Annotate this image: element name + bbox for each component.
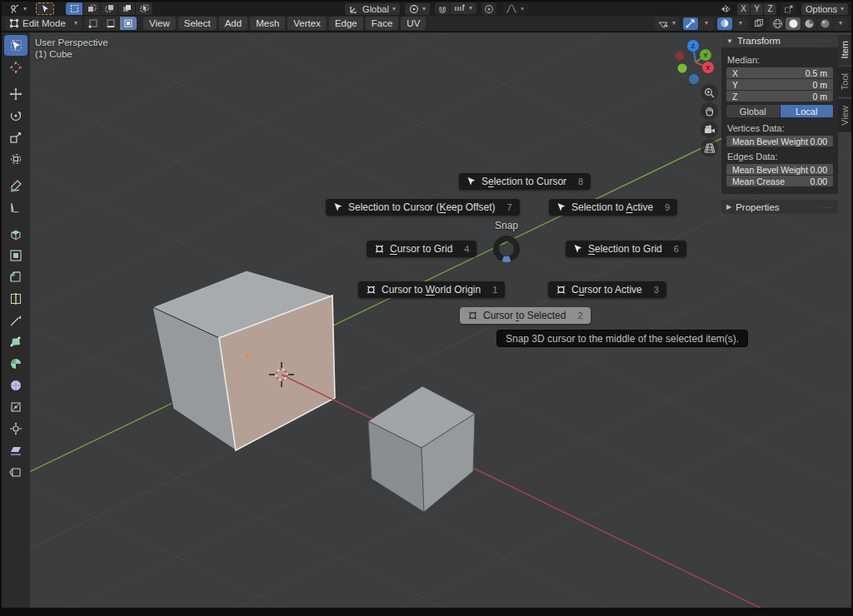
median-y-field[interactable]: Y 0 m (726, 79, 833, 90)
pie-menu-title: Snap (473, 220, 540, 231)
panel-drag-dots[interactable]: ···· (820, 37, 833, 45)
select-option-set[interactable] (66, 2, 82, 15)
tool-select-tweak[interactable] (4, 35, 27, 56)
gizmo-neg-z-axis[interactable] (689, 74, 699, 84)
toolbar (2, 32, 30, 608)
gizmos-dropdown[interactable]: ▾ (699, 17, 714, 30)
median-x-field[interactable]: X 0.5 m (726, 67, 833, 78)
gizmo-neg-y-axis[interactable] (678, 64, 687, 73)
snap-base-button[interactable] (781, 2, 796, 15)
camera-view-button[interactable] (701, 121, 718, 138)
mirror-z-button[interactable]: Z (764, 3, 776, 15)
tool-smooth[interactable] (4, 375, 27, 395)
tab-item[interactable]: Item (838, 34, 853, 65)
pie-item-selection-to-cursor[interactable]: Selection to Cursor 8 (459, 173, 591, 190)
xray-toggle[interactable] (751, 17, 766, 30)
mirror-y-button[interactable]: Y (751, 3, 763, 15)
menu-edge[interactable]: Edge (329, 17, 363, 30)
overlays-dropdown[interactable]: ▾ (733, 17, 748, 30)
tool-transform[interactable] (4, 148, 27, 169)
options-dropdown[interactable]: Options ▾ (801, 3, 848, 15)
shading-rendered-button[interactable] (817, 17, 832, 30)
tool-extrude-region[interactable] (4, 223, 27, 244)
active-tool-indicator[interactable] (36, 2, 54, 15)
3d-cursor-icon (556, 285, 566, 295)
select-option-extend[interactable] (83, 2, 100, 15)
tool-measure[interactable] (4, 196, 27, 217)
proportional-falloff-dropdown[interactable]: ▾ (501, 3, 528, 15)
mirror-x-button[interactable]: X (737, 3, 750, 15)
tool-bevel[interactable] (4, 266, 27, 287)
tool-annotate[interactable] (4, 175, 27, 196)
vertex-mean-bevel-weight-field[interactable]: Mean Bevel Weight 0.00 (726, 136, 833, 147)
tool-knife[interactable] (4, 310, 27, 330)
tool-loop-cut[interactable] (4, 288, 27, 309)
menu-view[interactable]: View (143, 17, 176, 30)
gizmos-toggle[interactable] (683, 17, 698, 30)
tab-view[interactable]: View (838, 99, 853, 132)
snap-toggle[interactable] (435, 2, 450, 15)
menu-vertex[interactable]: Vertex (287, 17, 327, 30)
proportional-editing-toggle[interactable] (481, 2, 496, 15)
tool-cursor[interactable] (4, 57, 27, 77)
tool-shear[interactable] (4, 440, 27, 460)
gizmo-y-label: Y (703, 52, 708, 59)
pie-item-cursor-to-active[interactable]: Cursor to Active 3 (548, 281, 666, 298)
perspective-toggle-button[interactable] (701, 139, 718, 156)
menu-add[interactable]: Add (219, 17, 247, 30)
panel-drag-dots[interactable]: ···· (820, 203, 833, 211)
transform-orientation-dropdown[interactable]: Global ▾ (345, 3, 400, 15)
shading-wireframe-button[interactable] (770, 17, 785, 30)
tool-inset-faces[interactable] (4, 245, 27, 266)
shading-material-button[interactable] (801, 17, 816, 30)
tool-poly-build[interactable] (4, 331, 27, 352)
edge-select-mode-button[interactable] (102, 17, 119, 30)
menu-face[interactable]: Face (366, 17, 399, 30)
overlays-toggle[interactable] (717, 17, 732, 30)
mode-selector[interactable]: Edit Mode ▾ (5, 17, 82, 30)
viewport-3d[interactable]: Z Y X User Perspective (1) Cube (30, 32, 853, 608)
edge-mean-bevel-weight-field[interactable]: Mean Bevel Weight 0.00 (726, 164, 833, 175)
vertex-select-mode-button[interactable] (85, 17, 102, 30)
menu-select[interactable]: Select (178, 17, 217, 30)
zoom-button[interactable] (701, 84, 718, 102)
visibility-icon (658, 19, 669, 28)
median-z-field[interactable]: Z 0 m (726, 91, 833, 102)
face-select-mode-button[interactable] (120, 17, 137, 30)
editor-type-selector[interactable]: ▾ (5, 3, 31, 15)
transform-panel-header[interactable]: ▼ Transform ···· (721, 34, 838, 47)
pivot-point-dropdown[interactable]: ▾ (405, 3, 430, 15)
pie-item-selection-to-grid[interactable]: Selection to Grid 6 (566, 241, 686, 257)
shading-solid-button[interactable] (786, 17, 801, 30)
pie-item-selection-to-cursor-keep-offset[interactable]: Selection to Cursor (Keep Offset) 7 (326, 199, 520, 216)
pie-item-cursor-to-selected[interactable]: Cursor to Selected 2 (460, 307, 591, 324)
select-option-intersect[interactable] (136, 2, 152, 15)
tool-rotate[interactable] (4, 105, 27, 126)
shading-dropdown[interactable]: ▾ (833, 17, 848, 30)
pan-button[interactable] (701, 102, 718, 120)
menu-mesh[interactable]: Mesh (250, 17, 285, 30)
space-local-button[interactable]: Local (781, 105, 834, 117)
select-option-invert[interactable] (118, 2, 135, 15)
pie-menu-center-widget[interactable] (490, 232, 523, 266)
menu-uv[interactable]: UV (401, 17, 426, 30)
material-preview-shading-icon (804, 18, 815, 29)
visibility-dropdown[interactable]: ▾ (654, 17, 680, 30)
space-global-button[interactable]: Global (726, 105, 780, 117)
tab-tool[interactable]: Tool (838, 67, 853, 97)
tool-scale[interactable] (4, 127, 27, 147)
tool-edge-slide[interactable] (4, 396, 27, 417)
pie-item-selection-to-active[interactable]: Selection to Active 9 (549, 199, 677, 216)
tool-spin[interactable] (4, 353, 27, 374)
pie-item-cursor-to-world-origin[interactable]: Cursor to World Origin 1 (358, 281, 505, 298)
properties-panel-header[interactable]: ▶ Properties ···· (721, 200, 838, 214)
snap-target-dropdown[interactable]: ▾ (451, 2, 476, 14)
select-option-subtract[interactable] (101, 2, 117, 15)
gizmo-neg-x-axis[interactable] (676, 52, 685, 61)
tool-rip-region[interactable] (4, 461, 27, 482)
tool-shrink-fatten[interactable] (4, 418, 27, 439)
pie-item-cursor-to-grid[interactable]: Cursor to Grid 4 (367, 241, 476, 257)
tool-move[interactable] (4, 83, 27, 104)
edge-mean-crease-field[interactable]: Mean Crease 0.00 (726, 176, 833, 186)
editor-type-icon (9, 3, 20, 14)
